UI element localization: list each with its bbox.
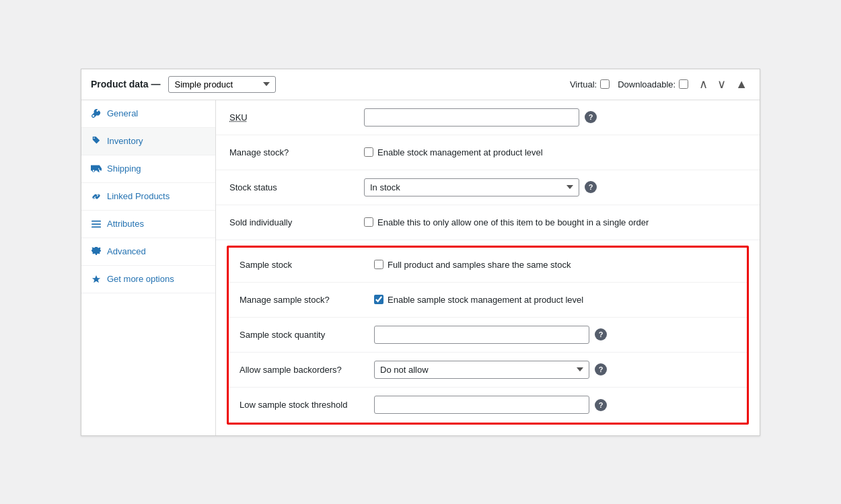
sold-individually-checkbox-label[interactable]: Enable this to only allow one of this it… (364, 217, 649, 227)
product-data-panel: Product data — Simple product Virtual: D… (81, 69, 760, 436)
panel-body: General Inventory Shipping (81, 100, 760, 435)
svg-rect-2 (92, 226, 101, 227)
downloadable-checkbox[interactable] (679, 79, 688, 89)
sample-stock-checkbox-text: Full product and samples share the same … (388, 260, 571, 270)
stock-status-field: In stock Out of stock On backorder ? (364, 178, 746, 196)
manage-stock-checkbox[interactable] (364, 147, 373, 157)
expand-button[interactable]: ▲ (733, 77, 750, 92)
highlighted-section: Sample stock Full product and samples sh… (227, 246, 749, 425)
manage-sample-stock-checkbox-text: Enable sample stock management at produc… (388, 295, 583, 305)
sidebar-label-advanced: Advanced (107, 246, 146, 256)
wrench-icon (91, 108, 102, 119)
manage-stock-row: Manage stock? Enable stock management at… (216, 135, 760, 170)
manage-sample-stock-field: Enable sample stock management at produc… (374, 295, 736, 305)
svg-rect-1 (92, 223, 101, 225)
sidebar-label-inventory: Inventory (107, 136, 143, 146)
sidebar-item-shipping[interactable]: Shipping (81, 155, 215, 183)
star-icon (91, 274, 102, 285)
sample-stock-quantity-row: Sample stock quantity 0 ? (229, 318, 747, 353)
sample-stock-field: Full product and samples share the same … (374, 260, 736, 270)
sample-stock-row: Sample stock Full product and samples sh… (229, 248, 747, 283)
sidebar-item-inventory[interactable]: Inventory (81, 128, 215, 155)
sample-stock-quantity-help-icon[interactable]: ? (595, 328, 607, 340)
sku-label: SKU (229, 112, 364, 122)
sidebar-label-linked-products: Linked Products (107, 191, 170, 201)
truck-icon (91, 164, 102, 174)
sold-individually-field: Enable this to only allow one of this it… (364, 217, 746, 227)
manage-stock-checkbox-label[interactable]: Enable stock management at product level (364, 147, 543, 157)
gear-icon (91, 246, 102, 257)
sidebar-label-shipping: Shipping (107, 164, 141, 174)
low-sample-stock-threshold-label: Low sample stock threshold (240, 400, 374, 410)
form-section: SKU ? Manage stock? Enable stock managem… (216, 100, 760, 425)
sample-stock-checkbox-label[interactable]: Full product and samples share the same … (374, 260, 571, 270)
main-content: SKU ? Manage stock? Enable stock managem… (216, 100, 760, 435)
sample-stock-quantity-input[interactable]: 0 (374, 326, 589, 344)
header-controls: ∧ ∨ ▲ (696, 77, 750, 92)
downloadable-checkbox-group: Downloadable: (618, 79, 688, 89)
virtual-label: Virtual: (570, 79, 597, 89)
sample-stock-checkbox[interactable] (374, 260, 383, 269)
manage-sample-stock-row: Manage sample stock? Enable sample stock… (229, 283, 747, 318)
stock-status-help-icon[interactable]: ? (585, 181, 597, 193)
sidebar-item-get-more-options[interactable]: Get more options (81, 266, 215, 293)
panel-header: Product data — Simple product Virtual: D… (81, 69, 760, 100)
product-type-select[interactable]: Simple product (168, 76, 276, 93)
sold-individually-checkbox-text: Enable this to only allow one of this it… (377, 217, 649, 227)
allow-sample-backorders-row: Allow sample backorders? Do not allow Al… (229, 353, 747, 388)
sidebar-label-general: General (107, 108, 138, 118)
sample-stock-quantity-label: Sample stock quantity (240, 330, 374, 340)
stock-status-select[interactable]: In stock Out of stock On backorder (364, 178, 579, 196)
sku-row: SKU ? (216, 100, 760, 135)
low-sample-stock-threshold-row: Low sample stock threshold Store-wide th… (229, 388, 747, 423)
sku-input[interactable] (364, 108, 579, 127)
allow-sample-backorders-help-icon[interactable]: ? (595, 363, 607, 375)
sidebar-label-get-more-options: Get more options (107, 274, 174, 284)
sku-help-icon[interactable]: ? (585, 111, 597, 123)
sold-individually-row: Sold individually Enable this to only al… (216, 205, 760, 240)
manage-sample-stock-checkbox[interactable] (374, 295, 383, 304)
sidebar-item-advanced[interactable]: Advanced (81, 238, 215, 266)
low-sample-stock-threshold-help-icon[interactable]: ? (595, 399, 607, 411)
sidebar-label-attributes: Attributes (107, 219, 144, 229)
stock-status-label: Stock status (229, 182, 364, 192)
manage-sample-stock-label: Manage sample stock? (240, 295, 374, 305)
virtual-checkbox-group: Virtual: (570, 79, 610, 89)
collapse-up-button[interactable]: ∧ (696, 77, 710, 92)
collapse-down-button[interactable]: ∨ (715, 77, 729, 92)
sku-field: ? (364, 108, 746, 127)
allow-sample-backorders-label: Allow sample backorders? (240, 365, 374, 375)
allow-sample-backorders-select[interactable]: Do not allow Allow, but notify customer … (374, 361, 589, 379)
sold-individually-checkbox[interactable] (364, 217, 373, 227)
svg-rect-0 (92, 220, 101, 221)
downloadable-label: Downloadable: (618, 79, 675, 89)
link-icon (91, 191, 102, 202)
sold-individually-label: Sold individually (229, 217, 364, 227)
allow-sample-backorders-field: Do not allow Allow, but notify customer … (374, 361, 736, 379)
manage-sample-stock-checkbox-label[interactable]: Enable sample stock management at produc… (374, 295, 583, 305)
sidebar: General Inventory Shipping (81, 100, 216, 435)
panel-title: Product data — (91, 79, 160, 89)
sample-stock-label: Sample stock (240, 260, 374, 270)
sample-stock-quantity-field: 0 ? (374, 326, 736, 344)
list-icon (91, 219, 102, 229)
virtual-checkbox[interactable] (600, 79, 610, 89)
sidebar-item-attributes[interactable]: Attributes (81, 211, 215, 238)
manage-stock-label: Manage stock? (229, 147, 364, 157)
tag-icon (91, 136, 102, 147)
sidebar-item-general[interactable]: General (81, 100, 215, 128)
low-sample-stock-threshold-field: Store-wide threshold (2) ? (374, 396, 736, 414)
manage-stock-checkbox-text: Enable stock management at product level (377, 147, 543, 157)
stock-status-row: Stock status In stock Out of stock On ba… (216, 170, 760, 205)
low-sample-stock-threshold-input[interactable]: Store-wide threshold (2) (374, 396, 589, 414)
manage-stock-field: Enable stock management at product level (364, 147, 746, 157)
sidebar-item-linked-products[interactable]: Linked Products (81, 183, 215, 211)
